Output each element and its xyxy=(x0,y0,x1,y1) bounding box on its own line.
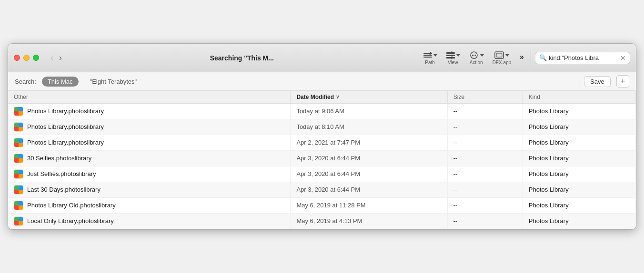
minimize-button[interactable] xyxy=(23,55,30,61)
file-icon xyxy=(14,107,23,116)
file-name-text: Photos Library.photoslibrary xyxy=(27,139,104,146)
search-icon: 🔍 xyxy=(539,54,547,61)
toolbar-buttons: Path View xyxy=(420,49,630,67)
file-size-cell-5: -- xyxy=(447,182,523,197)
dfx-icon xyxy=(494,51,509,59)
svg-rect-14 xyxy=(496,53,502,57)
file-kind-cell-2: Photos Library xyxy=(523,135,635,150)
table-row[interactable]: Last 30 Days.photoslibrary Apr 3, 2020 a… xyxy=(8,182,636,197)
file-table-body: Photos Library.photoslibrary Today at 9:… xyxy=(8,103,636,229)
file-date-cell-4: Apr 3, 2020 at 6:44 PM xyxy=(291,166,447,182)
svg-rect-5 xyxy=(446,55,455,56)
file-size-cell-2: -- xyxy=(447,135,523,150)
view-button[interactable]: View xyxy=(443,50,463,66)
col-header-kind-label: Kind xyxy=(529,94,540,100)
back-button[interactable]: ‹ xyxy=(49,52,55,64)
save-search-button[interactable]: Save xyxy=(584,76,611,87)
title-bar: ‹ › Searching "This M... Path xyxy=(8,44,636,72)
file-date-cell-2: Apr 2, 2021 at 7:47 PM xyxy=(291,135,447,150)
file-kind-cell-0: Photos Library xyxy=(523,103,635,119)
file-kind-cell-6: Photos Library xyxy=(523,197,635,213)
col-header-kind[interactable]: Kind xyxy=(523,91,635,104)
svg-point-11 xyxy=(474,55,475,56)
file-size-cell-7: -- xyxy=(447,213,523,229)
svg-marker-7 xyxy=(456,54,460,57)
col-header-date-label: Date Modified xyxy=(296,94,334,100)
window-controls xyxy=(14,55,39,61)
file-size-cell-6: -- xyxy=(447,197,523,213)
file-list-container: Other Date Modified ∨ Size xyxy=(8,91,636,229)
file-name-text: Just Selfies.photoslibrary xyxy=(27,170,96,177)
scope-eight-tb-button[interactable]: "Eight Terabytes" xyxy=(84,77,143,87)
file-kind-cell-1: Photos Library xyxy=(523,119,635,135)
svg-marker-3 xyxy=(433,54,437,57)
more-icon: » xyxy=(520,53,524,63)
action-label: Action xyxy=(470,60,483,65)
file-icon xyxy=(14,216,23,226)
file-kind-cell-5: Photos Library xyxy=(523,182,635,197)
col-header-name[interactable]: Other xyxy=(8,91,291,104)
file-size-cell-1: -- xyxy=(447,119,523,135)
file-name-text: Last 30 Days.photoslibrary xyxy=(27,186,101,193)
search-scope-bar: Search: This Mac "Eight Terabytes" Save … xyxy=(8,72,636,90)
file-date-cell-3: Apr 3, 2020 at 6:44 PM xyxy=(291,150,447,166)
action-button[interactable]: Action xyxy=(466,50,487,66)
svg-marker-12 xyxy=(480,54,484,57)
sort-arrow-icon: ∨ xyxy=(336,94,339,99)
maximize-button[interactable] xyxy=(33,55,39,61)
file-name-text: Local Only Library.photoslibrary xyxy=(27,217,114,224)
dfx-label: DFX.app xyxy=(493,60,511,65)
file-name-cell-0: Photos Library.photoslibrary xyxy=(8,103,291,119)
path-button[interactable]: Path xyxy=(420,50,440,66)
file-name-text: Photos Library.photoslibrary xyxy=(27,107,104,115)
file-name-cell-1: Photos Library.photoslibrary xyxy=(8,119,291,135)
add-criteria-button[interactable]: + xyxy=(616,75,629,87)
table-row[interactable]: Photos Library.photoslibrary Today at 9:… xyxy=(8,103,636,119)
file-date-cell-6: May 6, 2019 at 11:28 PM xyxy=(291,197,447,213)
table-row[interactable]: Photos Library.photoslibrary Apr 2, 2021… xyxy=(8,135,636,150)
more-button[interactable]: » xyxy=(517,52,527,64)
path-label: Path xyxy=(425,60,435,65)
col-header-size-label: Size xyxy=(453,94,464,100)
col-header-size[interactable]: Size xyxy=(447,91,523,104)
nav-buttons: ‹ › xyxy=(49,52,64,64)
finder-window: ‹ › Searching "This M... Path xyxy=(8,43,636,229)
file-name-cell-6: Photos Library Old.photoslibrary xyxy=(8,197,291,213)
table-row[interactable]: Local Only Library.photoslibrary May 6, … xyxy=(8,213,636,229)
table-row[interactable]: Just Selfies.photoslibrary Apr 3, 2020 a… xyxy=(8,166,636,182)
scope-this-mac-button[interactable]: This Mac xyxy=(42,77,79,87)
table-header: Other Date Modified ∨ Size xyxy=(8,91,636,104)
file-name-cell-4: Just Selfies.photoslibrary xyxy=(8,166,291,182)
search-bar[interactable]: 🔍 kind:"Photos Libra ✕ xyxy=(535,52,630,64)
col-header-date[interactable]: Date Modified ∨ xyxy=(291,91,447,104)
file-date-cell-0: Today at 9:06 AM xyxy=(291,103,447,119)
svg-rect-6 xyxy=(446,57,455,58)
file-icon xyxy=(14,138,23,147)
file-kind-cell-3: Photos Library xyxy=(523,150,635,166)
file-name-cell-5: Last 30 Days.photoslibrary xyxy=(8,182,291,197)
search-clear-button[interactable]: ✕ xyxy=(620,54,626,62)
file-kind-cell-4: Photos Library xyxy=(523,166,635,182)
path-icon xyxy=(423,51,437,59)
file-size-cell-4: -- xyxy=(447,166,523,182)
file-name-cell-3: 30 Selfies.photoslibrary xyxy=(8,150,291,166)
file-date-cell-7: May 6, 2019 at 4:13 PM xyxy=(291,213,447,229)
svg-rect-2 xyxy=(423,57,432,58)
dfx-button[interactable]: DFX.app xyxy=(490,50,514,66)
table-row[interactable]: 30 Selfies.photoslibrary Apr 3, 2020 at … xyxy=(8,150,636,166)
svg-point-10 xyxy=(473,55,474,56)
svg-point-9 xyxy=(472,55,473,56)
file-table: Other Date Modified ∨ Size xyxy=(8,91,636,229)
file-date-cell-5: Apr 3, 2020 at 6:44 PM xyxy=(291,182,447,197)
table-row[interactable]: Photos Library.photoslibrary Today at 8:… xyxy=(8,119,636,135)
file-icon xyxy=(14,185,23,195)
close-button[interactable] xyxy=(14,55,20,61)
action-icon xyxy=(469,51,484,59)
file-icon xyxy=(14,201,23,210)
file-name-text: 30 Selfies.photoslibrary xyxy=(27,155,91,162)
file-kind-cell-7: Photos Library xyxy=(523,213,635,229)
file-icon xyxy=(14,122,23,132)
search-query-text: kind:"Photos Libra xyxy=(549,54,618,61)
forward-button[interactable]: › xyxy=(57,52,64,64)
table-row[interactable]: Photos Library Old.photoslibrary May 6, … xyxy=(8,197,636,213)
